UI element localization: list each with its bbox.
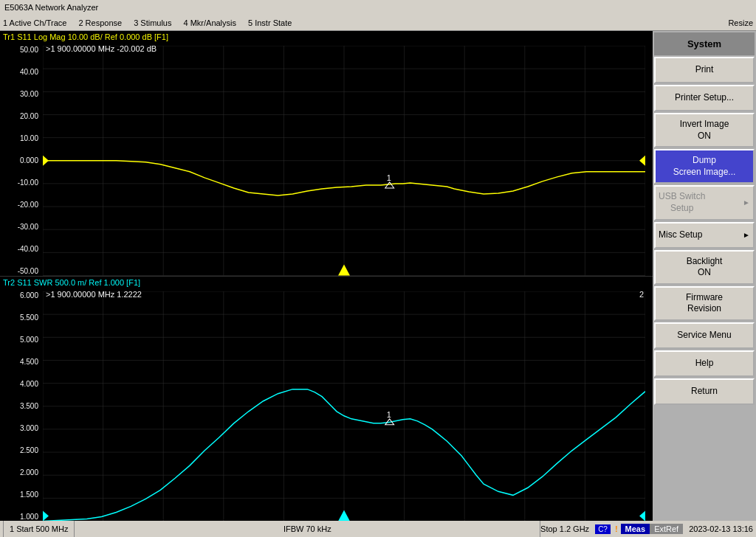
title-bar: E5063A Network Analyzer — [0, 0, 756, 15]
usb-switch-setup-button[interactable]: USB Switch Setup ► — [654, 185, 755, 220]
bottom-chart-marker: >1 900.00000 MHz 1.2222 — [46, 290, 142, 299]
resize-button[interactable]: Resize — [728, 18, 753, 27]
arrow-icon: ► — [743, 198, 750, 207]
invert-image-button[interactable]: Invert Image ON — [654, 113, 755, 148]
warning-icon: ! — [615, 524, 618, 533]
extref-badge: ExtRef — [650, 524, 683, 534]
system-button[interactable]: System — [654, 32, 755, 55]
service-menu-button[interactable]: Service Menu — [654, 322, 755, 349]
bottom-chart: Tr2 S11 SWR 500.0 m/ Ref 1.000 [F1] >1 9… — [0, 277, 653, 522]
dump-screen-button[interactable]: Dump Screen Image... — [654, 149, 755, 184]
help-button[interactable]: Help — [654, 350, 755, 377]
sidebar: System Print Printer Setup... Invert Ima… — [653, 31, 756, 521]
svg-text:1: 1 — [387, 173, 391, 182]
bottom-chart-svg: 2 1 — [43, 291, 645, 522]
return-button[interactable]: Return — [654, 378, 755, 405]
meas-badge: Meas — [621, 524, 650, 534]
arrow-icon: ► — [743, 230, 750, 240]
main-content: Tr1 S11 Log Mag 10.00 dB/ Ref 0.000 dB [… — [0, 31, 756, 521]
menu-item-1[interactable]: 1 Active Ch/Trace — [3, 18, 66, 27]
status-end: Stop 1.2 GHz C? ! Meas ExtRef 2023-02-13… — [540, 524, 753, 534]
print-button[interactable]: Print — [654, 57, 755, 83]
svg-text:2: 2 — [639, 291, 644, 299]
channel-badge: C? — [595, 524, 611, 534]
top-chart: Tr1 S11 Log Mag 10.00 dB/ Ref 0.000 dB [… — [0, 31, 653, 277]
svg-marker-23 — [639, 156, 645, 166]
menu-bar: 1 Active Ch/Trace 2 Response 3 Stimulus … — [0, 15, 756, 31]
firmware-revision-button[interactable]: Firmware Revision — [654, 286, 755, 321]
bottom-y-labels: 6.000 5.500 5.000 4.500 4.000 3.500 3.00… — [1, 291, 42, 522]
top-chart-header: Tr1 S11 Log Mag 10.00 dB/ Ref 0.000 dB [… — [3, 32, 168, 41]
misc-setup-button[interactable]: Misc Setup ► — [654, 222, 755, 249]
menu-item-3[interactable]: 3 Stimulus — [134, 18, 171, 27]
ifbw: IFBW 70 kHz — [75, 521, 540, 537]
backlight-button[interactable]: Backlight ON — [654, 250, 755, 285]
svg-text:1: 1 — [387, 409, 391, 418]
chart-area: Tr1 S11 Log Mag 10.00 dB/ Ref 0.000 dB [… — [0, 31, 653, 521]
svg-marker-26 — [338, 264, 350, 275]
svg-marker-49 — [43, 510, 49, 521]
svg-marker-54 — [338, 510, 350, 521]
svg-marker-51 — [639, 510, 645, 521]
stop-freq: Stop 1.2 GHz — [540, 524, 589, 533]
menu-item-2[interactable]: 2 Response — [78, 18, 122, 27]
top-chart-svg: 1 — [43, 46, 645, 276]
bottom-chart-header: Tr2 S11 SWR 500.0 m/ Ref 1.000 [F1] — [3, 278, 140, 287]
svg-marker-25 — [385, 182, 394, 188]
menu-item-4[interactable]: 4 Mkr/Analysis — [183, 18, 236, 27]
start-freq: 1 Start 500 MHz — [3, 521, 75, 537]
top-y-labels: 50.00 40.00 30.00 20.00 10.00 0.000 -10.… — [1, 46, 42, 276]
printer-setup-button[interactable]: Printer Setup... — [654, 85, 755, 111]
title-text: E5063A Network Analyzer — [4, 3, 98, 12]
datetime: 2023-02-13 13:16 — [689, 524, 753, 533]
menu-item-5[interactable]: 5 Instr State — [248, 18, 292, 27]
status-bar: 1 Start 500 MHz IFBW 70 kHz Stop 1.2 GHz… — [0, 521, 756, 537]
top-chart-marker: >1 900.00000 MHz -20.002 dB — [46, 44, 157, 53]
